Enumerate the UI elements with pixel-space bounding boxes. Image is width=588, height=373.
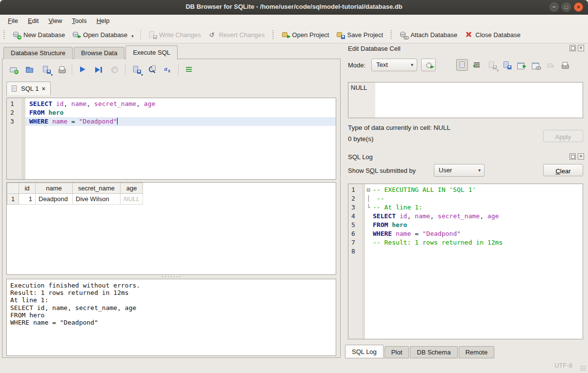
word-wrap-button[interactable] bbox=[471, 59, 483, 71]
sql-log-view[interactable]: 1⊟-- EXECUTING ALL IN 'SQL 1'2│ --3└-- A… bbox=[348, 184, 583, 339]
sql-editor-tab[interactable]: SQL 1 × bbox=[6, 82, 51, 95]
open-project-button[interactable]: Open Project bbox=[281, 31, 329, 39]
dock-tab-remote[interactable]: Remote bbox=[459, 346, 495, 358]
save-sql-file-button[interactable] bbox=[40, 63, 51, 75]
cell-age[interactable]: NULL bbox=[121, 194, 143, 205]
print-sql-button[interactable] bbox=[56, 63, 67, 75]
close-sql-tab-icon[interactable]: × bbox=[41, 85, 45, 92]
code-line: 2│ -- bbox=[348, 194, 583, 203]
column-header-name[interactable]: name bbox=[36, 183, 73, 194]
right-dock: Edit Database Cell × Mode: Text NULL Typ… bbox=[344, 44, 584, 359]
open-project-icon bbox=[281, 31, 289, 39]
open-database-dropdown-icon[interactable]: ▾ bbox=[131, 34, 134, 39]
menu-tools[interactable]: Tools bbox=[67, 16, 91, 26]
menu-edit[interactable]: Edit bbox=[23, 16, 43, 26]
mode-select[interactable]: Text bbox=[371, 59, 417, 71]
save-project-button[interactable]: Save Project bbox=[336, 31, 383, 39]
find-icon bbox=[148, 65, 156, 73]
dock-tab-sql-log[interactable]: SQL Log bbox=[345, 345, 384, 358]
execute-sql-pane: SQL 1 × 1SELECT id, name, secret_name, a… bbox=[2, 59, 341, 358]
float-dock-icon[interactable] bbox=[569, 45, 576, 51]
code-line: 8 bbox=[348, 247, 583, 256]
print-cell-button[interactable] bbox=[559, 59, 570, 71]
open-sql-file-button[interactable] bbox=[23, 63, 35, 75]
open-database-button[interactable]: Open Database ▾ bbox=[72, 31, 134, 39]
splitter-handle[interactable] bbox=[161, 276, 182, 278]
fold-marker bbox=[365, 229, 372, 238]
toolbar-grip bbox=[3, 30, 5, 40]
cell-value-editor[interactable]: NULL bbox=[348, 82, 583, 118]
sql-editor[interactable]: 1SELECT id, name, secret_name, age2FROM … bbox=[6, 98, 336, 180]
set-null-button[interactable] bbox=[544, 59, 556, 71]
open-database-icon bbox=[72, 31, 80, 39]
submitted-by-select[interactable]: User bbox=[434, 164, 485, 177]
find-replace-button[interactable] bbox=[146, 63, 158, 75]
auto-apply-button[interactable] bbox=[421, 59, 436, 71]
open-sql-file-icon bbox=[25, 65, 34, 73]
float-dock-icon[interactable] bbox=[569, 153, 576, 160]
open-sql-tab-icon bbox=[9, 65, 18, 73]
cell-secret-name[interactable]: Dive Wilson bbox=[73, 194, 121, 205]
clear-log-button[interactable]: Clear bbox=[543, 164, 583, 176]
code-text: -- bbox=[372, 194, 583, 203]
toggle-word-wrap-button[interactable] bbox=[183, 63, 195, 75]
resize-grip[interactable] bbox=[580, 365, 586, 371]
sql-log-dock-title: SQL Log bbox=[348, 153, 373, 161]
column-header-id[interactable]: id bbox=[19, 183, 36, 194]
write-changes-icon bbox=[148, 31, 156, 39]
fold-marker: └ bbox=[365, 203, 372, 212]
attach-database-button[interactable]: Attach Database bbox=[399, 31, 457, 39]
word-wrap-icon bbox=[473, 61, 481, 69]
column-header-secret-name[interactable]: secret_name bbox=[73, 183, 121, 194]
open-sql-tab-button[interactable] bbox=[7, 63, 19, 75]
stop-execution-icon bbox=[111, 66, 118, 73]
code-text: -- EXECUTING ALL IN 'SQL 1' bbox=[372, 186, 583, 194]
save-results-button[interactable] bbox=[130, 63, 142, 75]
execute-all-icon bbox=[80, 66, 85, 72]
fold-marker: ⊟ bbox=[365, 186, 372, 194]
close-button[interactable]: × bbox=[574, 2, 583, 12]
print-icon bbox=[58, 65, 66, 73]
minimize-button[interactable]: − bbox=[549, 2, 559, 12]
tab-browse-data[interactable]: Browse Data bbox=[74, 47, 124, 59]
close-dock-icon[interactable]: × bbox=[578, 153, 584, 160]
close-database-button[interactable]: Close Database bbox=[464, 31, 521, 39]
link-icon bbox=[531, 61, 540, 69]
maximize-button[interactable]: □ bbox=[562, 2, 571, 12]
column-header-age[interactable]: age bbox=[121, 183, 143, 194]
execute-current-line-icon bbox=[95, 67, 102, 73]
text-mode-button[interactable] bbox=[456, 59, 468, 71]
write-changes-button[interactable]: Write Changes bbox=[148, 31, 201, 39]
save-as-button[interactable] bbox=[500, 59, 512, 71]
code-text: FROM hero bbox=[25, 108, 336, 117]
execute-all-button[interactable] bbox=[77, 63, 88, 75]
cell-value-label: NULL bbox=[351, 84, 367, 91]
apply-button[interactable]: Apply bbox=[543, 130, 583, 142]
export-button[interactable] bbox=[515, 59, 527, 71]
format-sql-button[interactable] bbox=[162, 63, 174, 75]
stop-execution-button[interactable] bbox=[109, 63, 121, 75]
revert-changes-button[interactable]: ↺ Revert Changes bbox=[208, 31, 265, 39]
menu-file[interactable]: File bbox=[3, 16, 23, 26]
edit-cell-dock-buttons: × bbox=[569, 45, 584, 51]
cell-name[interactable]: Deadpond bbox=[36, 194, 73, 205]
gear-icon bbox=[425, 61, 433, 69]
copy-link-button[interactable] bbox=[529, 59, 541, 71]
new-database-button[interactable]: New Database bbox=[12, 31, 65, 39]
execute-current-line-button[interactable] bbox=[93, 63, 104, 75]
menu-view[interactable]: View bbox=[43, 16, 67, 26]
tab-database-structure[interactable]: Database Structure bbox=[3, 47, 73, 59]
print-icon bbox=[561, 61, 569, 69]
tab-execute-sql[interactable]: Execute SQL bbox=[125, 45, 178, 60]
row-number-cell[interactable]: 1 bbox=[7, 194, 19, 205]
code-text: -- At line 1: bbox=[372, 203, 583, 212]
statusbar: UTF-8 bbox=[0, 359, 588, 373]
sql-toolbar bbox=[7, 63, 195, 76]
import-file-button[interactable] bbox=[486, 59, 497, 71]
dock-tab-db-schema[interactable]: DB Schema bbox=[410, 346, 457, 358]
window-title: DB Browser for SQLite - /home/user/code/… bbox=[185, 3, 402, 10]
cell-id[interactable]: 1 bbox=[19, 194, 36, 205]
menu-help[interactable]: Help bbox=[92, 16, 115, 26]
close-dock-icon[interactable]: × bbox=[578, 45, 584, 51]
dock-tab-plot[interactable]: Plot bbox=[385, 346, 409, 358]
